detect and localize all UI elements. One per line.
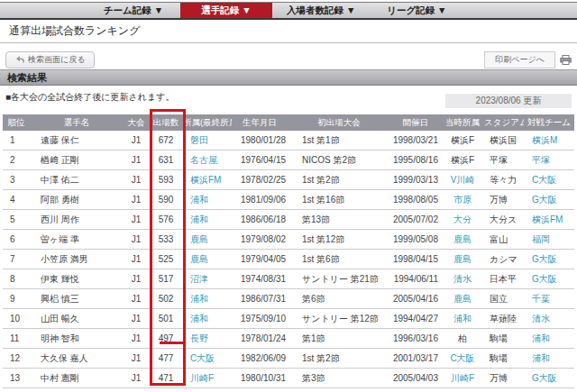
table-row: 12大久保 嘉人J1477C大阪1982/06/091st 第2節2001/03…: [3, 349, 574, 369]
club-link[interactable]: 長野: [183, 329, 232, 349]
birthdate-cell: 1975/09/10: [232, 309, 288, 329]
opponent-link[interactable]: C大阪: [524, 170, 574, 190]
table-row: 10山田 暢久J1501浦和1975/09/10サントリー 第12節1994/0…: [3, 309, 574, 329]
debut-date-cell: 2005/07/02: [390, 210, 441, 230]
club-link[interactable]: 鹿島: [183, 250, 232, 269]
then-club-cell[interactable]: 浦和: [441, 309, 484, 329]
opponent-link[interactable]: 清水: [524, 309, 574, 329]
table-row: 11明神 智和J1497長野1978/01/24第1節1996/03/16柏駒場…: [3, 329, 574, 349]
table-row: 3中澤 佑二J1593横浜FM1978/02/251st 第2節1999/03/…: [3, 170, 574, 190]
opponent-link[interactable]: 福岡: [524, 230, 574, 250]
club-link[interactable]: 名古屋: [183, 150, 232, 170]
club-link[interactable]: C大阪: [183, 349, 232, 369]
table-row: 5西川 周作J1576浦和1986/06/18第13節2005/07/02大分大…: [3, 210, 574, 230]
competition-cell: J1: [124, 230, 149, 250]
appearances-cell: 631: [149, 150, 183, 170]
appearances-cell: 593: [149, 170, 183, 190]
nav-item-league-records[interactable]: リーグ記録 ▼: [370, 3, 463, 18]
column-header: 開催日: [390, 114, 441, 131]
rank-cell: 3: [3, 170, 30, 190]
opponent-link[interactable]: 横浜M: [524, 131, 574, 150]
debut-date-cell: 1994/06/11: [390, 269, 441, 289]
nav-item-team-records[interactable]: チーム記録 ▼: [87, 3, 180, 18]
appearances-cell: 501: [149, 309, 183, 329]
appearances-cell: 533: [149, 230, 183, 250]
appearances-cell: 502: [149, 289, 183, 309]
print-area: 印刷ページへ: [484, 51, 572, 68]
debut-date-cell: 1998/08/05: [390, 190, 441, 210]
stadium-cell: カシマ: [484, 250, 524, 269]
stadium-cell: 富山: [484, 230, 524, 250]
appearances-cell: 517: [149, 269, 183, 289]
back-button-label: 検索画面に戻る: [28, 54, 85, 66]
column-header: 大会: [124, 114, 149, 131]
debut-match-cell: サントリー 第12節: [288, 309, 390, 329]
appearances-cell: 497: [149, 329, 183, 349]
club-link[interactable]: 浦和: [183, 309, 232, 329]
column-header: スタジアム: [484, 114, 524, 131]
return-arrow-icon: [15, 56, 24, 64]
player-name-cell: 中澤 佑二: [30, 170, 124, 190]
competition-cell: J1: [124, 170, 149, 190]
rank-cell: 8: [3, 269, 30, 289]
print-page-link[interactable]: 印刷ページへ: [484, 51, 555, 68]
update-note: ■各大会の全試合終了後に更新されます。: [5, 91, 174, 104]
then-club-cell[interactable]: 鹿島: [441, 230, 484, 250]
competition-cell: J1: [124, 309, 149, 329]
club-link[interactable]: 浦和: [183, 190, 232, 210]
stadium-cell: 日本平: [484, 269, 524, 289]
appearances-cell: 477: [149, 349, 183, 369]
club-link[interactable]: 浦和: [183, 289, 232, 309]
debut-match-cell: NICOS 第2節: [288, 150, 390, 170]
club-link[interactable]: 川崎F: [183, 369, 232, 388]
competition-cell: J1: [124, 131, 149, 150]
club-link[interactable]: 浦和: [183, 210, 232, 230]
then-club-cell[interactable]: C大阪: [441, 349, 484, 369]
player-name-cell: 伊東 輝悦: [30, 269, 124, 289]
page-title: 通算出場試合数ランキング: [0, 20, 577, 43]
rank-cell: 6: [3, 230, 30, 250]
birthdate-cell: 1986/06/18: [232, 210, 288, 230]
back-to-search-button[interactable]: 検索画面に戻る: [5, 51, 95, 68]
competition-cell: J1: [124, 269, 149, 289]
opponent-link[interactable]: G大阪: [524, 250, 574, 269]
then-club-cell[interactable]: 川崎F: [441, 369, 484, 388]
debut-date-cell: 2005/04/16: [390, 289, 441, 309]
debut-date-cell: 1998/04/15: [390, 250, 441, 269]
club-link[interactable]: 沼津: [183, 269, 232, 289]
opponent-link[interactable]: G大阪: [524, 269, 574, 289]
debut-match-cell: 第6節: [288, 289, 390, 309]
nav-item-player-records[interactable]: 選手記録 ▼: [180, 3, 272, 18]
then-club-cell[interactable]: V川崎: [441, 170, 484, 190]
then-club-cell[interactable]: 鹿島: [441, 250, 484, 269]
club-link[interactable]: 横浜FM: [183, 170, 232, 190]
then-club-cell[interactable]: 鹿島: [441, 289, 484, 309]
then-club-cell[interactable]: 市原: [441, 190, 484, 210]
stadium-cell: 大分ス: [484, 210, 524, 230]
opponent-link[interactable]: G大阪: [524, 190, 574, 210]
toolbar: 検索画面に戻る 印刷ページへ: [0, 52, 577, 67]
stadium-cell: 万博: [484, 369, 524, 388]
birthdate-cell: 1986/07/31: [232, 289, 288, 309]
competition-cell: J1: [124, 190, 149, 210]
club-link[interactable]: 磐田: [183, 131, 232, 150]
opponent-link[interactable]: 浦和: [524, 329, 574, 349]
rank-cell: 1: [3, 131, 30, 150]
club-link[interactable]: 鹿島: [183, 230, 232, 250]
column-header: 出場数: [149, 114, 183, 131]
then-club-cell[interactable]: 清水: [441, 269, 484, 289]
opponent-link[interactable]: 浦和: [524, 349, 574, 369]
printer-icon[interactable]: [560, 55, 572, 65]
opponent-link[interactable]: 平塚: [524, 150, 574, 170]
stadium-cell: 駒場: [484, 349, 524, 369]
nav-item-attendance-records[interactable]: 入場者数記録 ▼: [272, 3, 370, 18]
debut-match-cell: 1st 第12節: [288, 230, 390, 250]
opponent-link[interactable]: G大阪: [524, 369, 574, 388]
opponent-link[interactable]: 横浜FM: [524, 210, 574, 230]
opponent-link[interactable]: 千葉: [524, 289, 574, 309]
rank-cell: 4: [3, 190, 30, 210]
rank-cell: 12: [3, 349, 30, 369]
then-club-cell[interactable]: 大分: [441, 210, 484, 230]
competition-cell: J1: [124, 349, 149, 369]
rank-cell: 11: [3, 329, 30, 349]
